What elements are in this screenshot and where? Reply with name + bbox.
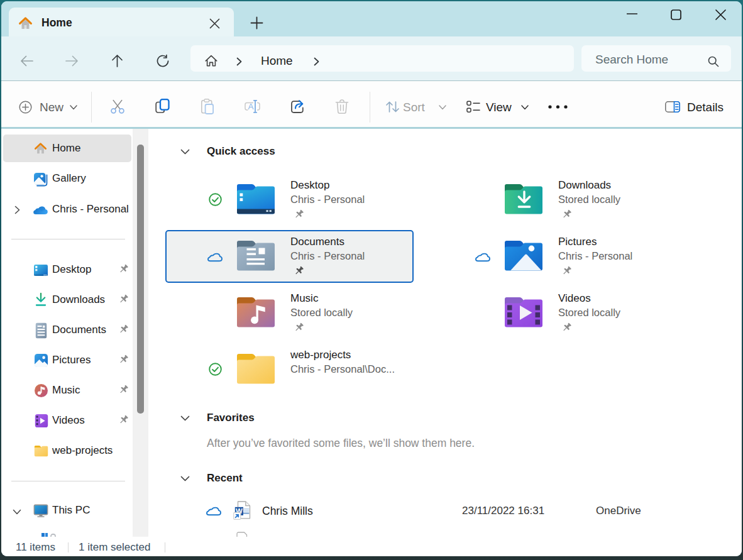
svg-text:A: A [248, 102, 254, 111]
